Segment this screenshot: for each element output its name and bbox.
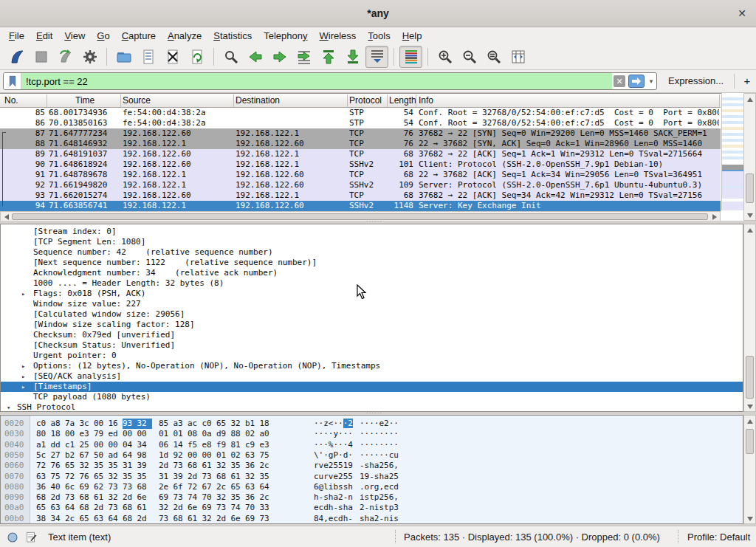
packet-row-89[interactable]: 8971.648191037192.168.122.60192.168.122.…	[0, 149, 721, 159]
intelligent-scrollbar-minimap[interactable]	[721, 93, 743, 210]
menu-item-help[interactable]: Help	[396, 29, 428, 43]
vscroll-thumb[interactable]	[746, 429, 754, 454]
column-separator[interactable]	[719, 94, 720, 107]
detail-line[interactable]: Window size value: 227	[1, 299, 743, 309]
expand-right-icon[interactable]: ▸	[21, 382, 25, 392]
column-header-length[interactable]: Length	[389, 95, 416, 106]
column-header-info[interactable]: Info	[419, 95, 433, 106]
detail-line[interactable]: [Window size scaling factor: 128]	[1, 320, 743, 330]
scroll-down-button[interactable]	[745, 210, 755, 220]
menu-item-telephony[interactable]: Telephony	[258, 29, 313, 43]
menu-item-file[interactable]: File	[3, 29, 30, 43]
detail-line[interactable]: ▸[Timestamps]	[1, 382, 743, 392]
filter-clear-button[interactable]: ✕	[614, 75, 625, 87]
expression-button[interactable]: Expression...	[668, 75, 724, 86]
detail-line[interactable]: ▸Flags: 0x018 (PSH, ACK)	[1, 289, 743, 299]
detail-line[interactable]: [TCP Segment Len: 1080]	[1, 237, 743, 247]
column-separator[interactable]	[416, 94, 416, 107]
scroll-up-button[interactable]	[745, 225, 755, 235]
bytes-vscrollbar[interactable]	[743, 415, 756, 524]
menu-item-view[interactable]: View	[58, 29, 91, 43]
scroll-down-button[interactable]	[745, 402, 755, 411]
toolbar-button-colorize[interactable]	[399, 46, 422, 68]
column-header-time[interactable]: Time	[75, 95, 94, 106]
hex-row-0040[interactable]: 0040a1ddc125000004340614f5e8f981c9e3···%…	[1, 440, 743, 450]
toolbar-button-stop-capture[interactable]	[30, 46, 52, 68]
hex-row-0020[interactable]: 0020c0a87a3c0016933285a3acc06532b118··z<…	[1, 419, 743, 429]
add-filter-button[interactable]: +	[740, 73, 754, 89]
hex-row-0030[interactable]: 0030801800e379ed00000101080ad98802a0····…	[1, 429, 743, 439]
hex-row-00b0[interactable]: 00b038342c656364682d736861322d6e697384,e…	[1, 514, 743, 524]
detail-line[interactable]: Checksum: 0x79ed [unverified]	[1, 330, 743, 340]
toolbar-button-zoom-in[interactable]	[433, 46, 456, 68]
hex-row-0090[interactable]: 0090682d736861322d6e697374703235362ch-sh…	[1, 492, 743, 503]
menu-item-statistics[interactable]: Statistics	[207, 29, 258, 43]
toolbar-button-save-file[interactable]	[137, 46, 159, 68]
packet-row-90[interactable]: 9071.648618924192.168.122.60192.168.122.…	[0, 159, 721, 170]
menu-item-analyze[interactable]: Analyze	[162, 29, 207, 43]
vscroll-thumb[interactable]	[746, 356, 754, 399]
detail-line[interactable]: [Calculated window size: 29056]	[1, 309, 743, 320]
profile-status[interactable]: Profile: Default	[687, 531, 750, 543]
column-separator[interactable]	[233, 94, 234, 107]
column-separator[interactable]	[47, 94, 47, 107]
column-header-no[interactable]: No.	[4, 95, 18, 106]
column-separator[interactable]	[347, 94, 348, 107]
toolbar-button-resize-columns[interactable]	[506, 46, 529, 68]
column-separator[interactable]	[120, 94, 121, 107]
menu-item-tools[interactable]: Tools	[362, 29, 396, 43]
detail-line[interactable]: [Checksum Status: Unverified]	[1, 340, 743, 351]
detail-line[interactable]: [Next sequence number: 1122 (relative se…	[1, 258, 743, 268]
packet-list-vscrollbar[interactable]	[743, 93, 756, 221]
filter-history-dropdown[interactable]: ▾	[646, 73, 656, 89]
packet-row-86[interactable]: 8670.013850163fe:54:00:d4:38:2aSTP54Conf…	[0, 118, 721, 128]
detail-line[interactable]: [Stream index: 0]	[1, 227, 743, 237]
filter-apply-button[interactable]	[628, 75, 645, 88]
close-window-button[interactable]: ✕	[735, 7, 749, 20]
toolbar-button-zoom-out[interactable]	[458, 46, 481, 68]
column-header-source[interactable]: Source	[123, 95, 151, 106]
toolbar-button-find-packet[interactable]	[219, 46, 242, 68]
toolbar-button-go-forward[interactable]	[268, 46, 291, 68]
column-header-protocol[interactable]: Protocol	[349, 95, 382, 106]
hex-row-0050[interactable]: 00505c27b26750ad64981d92000001026375\'·g…	[1, 450, 743, 461]
packet-row-87[interactable]: 8771.647777234192.168.122.60192.168.122.…	[0, 128, 721, 139]
toolbar-button-go-to-packet[interactable]	[292, 46, 315, 68]
capture-comment-button[interactable]	[24, 531, 38, 544]
hex-row-0060[interactable]: 006072766532353531392d7368613235362crve2…	[1, 461, 743, 471]
column-separator[interactable]	[387, 94, 388, 107]
toolbar-button-go-back[interactable]	[244, 46, 267, 68]
packet-row-94[interactable]: 9471.663856741192.168.122.1192.168.122.6…	[0, 201, 721, 211]
detail-line[interactable]: Urgent pointer: 0	[1, 351, 743, 361]
packet-row-91[interactable]: 9171.648789678192.168.122.1192.168.122.6…	[0, 170, 721, 180]
toolbar-button-go-top[interactable]	[317, 46, 340, 68]
packet-list-hscrollbar[interactable]	[0, 211, 721, 221]
packet-row-85[interactable]: 8568.001734936fe:54:00:d4:38:2aSTP54Conf…	[0, 108, 721, 118]
toolbar-button-start-capture-fin[interactable]	[5, 46, 28, 68]
toolbar-button-close-file[interactable]	[161, 46, 184, 68]
menu-item-edit[interactable]: Edit	[30, 29, 58, 43]
toolbar-button-capture-options-gear[interactable]	[78, 46, 101, 68]
filter-bookmark-button[interactable]	[4, 73, 21, 89]
toolbar-button-go-bottom[interactable]	[341, 46, 364, 68]
detail-line[interactable]: ▸[SEQ/ACK analysis]	[1, 371, 743, 382]
vscroll-thumb[interactable]	[746, 173, 754, 203]
expand-right-icon[interactable]: ▸	[21, 361, 25, 371]
scroll-up-button[interactable]	[745, 94, 755, 104]
packet-row-92[interactable]: 9271.661949820192.168.122.1192.168.122.6…	[0, 180, 721, 190]
expand-down-icon[interactable]: ▾	[7, 402, 10, 412]
detail-line[interactable]: ▸Options: (12 bytes), No-Operation (NOP)…	[1, 361, 743, 371]
expand-right-icon[interactable]: ▸	[21, 289, 25, 299]
menu-item-go[interactable]: Go	[91, 29, 115, 43]
packet-row-88[interactable]: 8871.648146932192.168.122.1192.168.122.6…	[0, 139, 721, 149]
detail-line[interactable]: 1000 .... = Header Length: 32 bytes (8)	[1, 278, 743, 289]
hscroll-thumb[interactable]	[12, 213, 708, 220]
toolbar-button-auto-scroll[interactable]	[365, 46, 388, 68]
hex-row-00a0[interactable]: 00a0656364682d736861322d6e6973747033ecdh…	[1, 503, 743, 513]
hex-row-0080[interactable]: 008036406c69627373682e6f72672c6563646@li…	[1, 482, 743, 492]
scroll-down-button[interactable]	[745, 514, 755, 523]
details-vscrollbar[interactable]	[743, 224, 756, 412]
packet-row-93[interactable]: 9371.662015274192.168.122.60192.168.122.…	[0, 190, 721, 201]
menu-item-wireless[interactable]: Wireless	[314, 29, 362, 43]
toolbar-button-restart-capture[interactable]	[54, 46, 77, 68]
